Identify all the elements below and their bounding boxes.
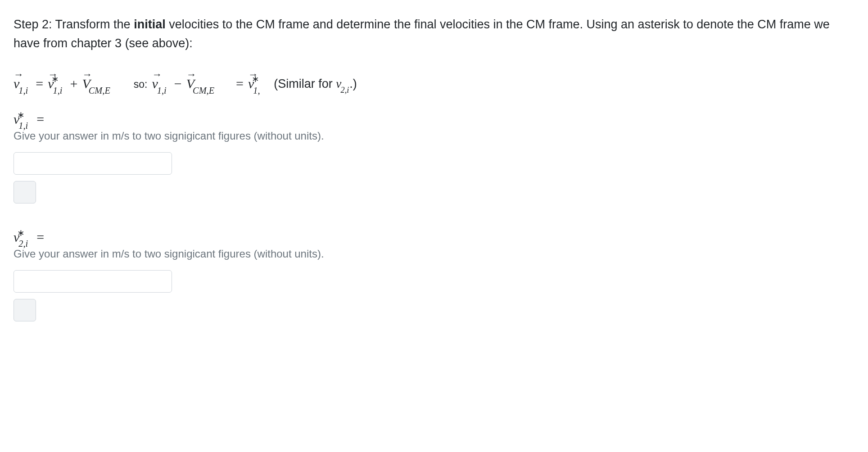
step-intro: Step 2: Transform the initial velocities… [14, 15, 854, 53]
similar-note: (Similar for v2,i.) [274, 77, 357, 91]
transformation-equation: → v 1,i = → v ∗ 1,i + → V CM,E so: → v 1… [14, 76, 854, 92]
vec-vcm-1: → V CM,E [82, 76, 90, 92]
q1-label: v ∗ 1,i = [14, 112, 854, 127]
equals-1: = [36, 76, 43, 92]
question-v1i-star: v ∗ 1,i = Give your answer in m/s to two… [14, 112, 854, 204]
q1-submit-button[interactable] [14, 181, 36, 203]
vec-v1-star-result: → v ∗ 1, [248, 76, 254, 92]
q1-hint: Give your answer in m/s to two signigica… [14, 130, 854, 142]
equals-2: = [236, 76, 244, 92]
plus-op: + [70, 76, 78, 92]
q1-answer-input[interactable] [14, 152, 172, 175]
vec-v1i-star: → v ∗ 1,i [48, 76, 54, 92]
minus-op: − [174, 76, 182, 92]
vec-vcm-2: → V CM,E [186, 76, 194, 92]
q2-submit-button[interactable] [14, 299, 36, 321]
intro-bold: initial [134, 18, 166, 31]
vec-v1i: → v 1,i [14, 76, 19, 92]
q2-hint: Give your answer in m/s to two signigica… [14, 248, 854, 260]
q2-label: v ∗ 2,i = [14, 230, 854, 245]
question-v2i-star: v ∗ 2,i = Give your answer in m/s to two… [14, 230, 854, 322]
so-text: so: [134, 78, 148, 91]
vec-v1i-b: → v 1,i [152, 76, 158, 92]
q2-answer-input[interactable] [14, 270, 172, 293]
intro-prefix: Step 2: Transform the [14, 18, 134, 31]
